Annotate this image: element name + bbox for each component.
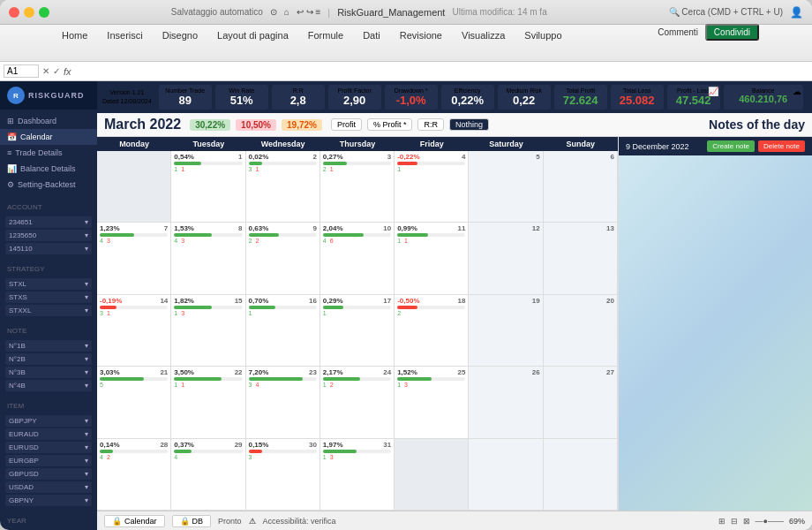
strategy-stxs[interactable]: STXS ▾ (5, 292, 92, 303)
cell-day-number: 12 (532, 224, 540, 232)
filter-nothing[interactable]: Nothing (449, 118, 489, 131)
tab-inserisci[interactable]: Inserisci (98, 28, 151, 42)
cal-cell-3-1[interactable]: 14-0,19%31 (97, 295, 171, 366)
cell-reference[interactable]: A1 (4, 64, 39, 78)
filter-profit[interactable]: Profit (331, 118, 362, 131)
sidebar-item-dashboard[interactable]: ⊞ Dashboard (0, 113, 97, 129)
tab-formule[interactable]: Formule (299, 28, 352, 42)
sidebar-label-trade: Trade Details (15, 148, 62, 157)
stat-drawdown: Drawdown * -1,0% (385, 85, 438, 110)
cal-cell-1-4[interactable]: 30,27%21 (320, 151, 395, 222)
tab-dati[interactable]: Dati (354, 28, 389, 42)
count-green: 2 (323, 166, 327, 172)
bottom-bar: 🔒 Calendar 🔒 DB Pronto ⚠ Accessibilità: … (97, 511, 812, 530)
cell-bar-container (100, 306, 168, 309)
zoom-slider[interactable]: —●—— (756, 517, 784, 526)
cal-cell-5-3[interactable]: 300,15%3 (246, 439, 320, 510)
cal-cell-4-1[interactable]: 213,03%5 (97, 367, 171, 437)
sheet-tab-calendar[interactable]: 🔒 Calendar (104, 515, 165, 527)
cal-cell-4-3[interactable]: 237,20%34 (246, 367, 320, 437)
sheet-tab-db[interactable]: 🔒 DB (172, 515, 212, 527)
note-1b[interactable]: N°1B ▾ (5, 340, 92, 352)
create-note-button[interactable]: Create note (707, 140, 755, 152)
item-eurgbp[interactable]: EURGBP ▾ (5, 455, 92, 466)
tab-revisione[interactable]: Revisione (391, 28, 451, 42)
note-4b[interactable]: N°4B ▾ (5, 380, 92, 391)
share-button[interactable]: Condividi (705, 24, 759, 41)
sidebar-item-calendar[interactable]: 📅 Calendar (0, 129, 97, 145)
sidebar-item-balance[interactable]: 📊 Balance Details (0, 161, 97, 177)
sidebar-item-settings[interactable]: ⚙ Setting-Backtest (0, 177, 97, 193)
search-label[interactable]: 🔍 Cerca (CMD + CTRL + U) (669, 7, 783, 17)
item-euraud[interactable]: EURAUD ▾ (5, 428, 92, 440)
cal-cell-2-1[interactable]: 71,23%43 (97, 223, 171, 293)
sidebar-item-trade-details[interactable]: ≡ Trade Details (0, 145, 97, 161)
count-red: 6 (330, 238, 334, 244)
item-gbpusd[interactable]: GBPUSD ▾ (5, 468, 92, 480)
item-eurusd[interactable]: EURUSD ▾ (5, 442, 92, 453)
note-filter: N°1B ▾ N°2B ▾ N°3B ▾ N°4B ▾ (0, 338, 97, 395)
cal-cell-2-4[interactable]: 102,04%46 (320, 223, 395, 293)
page-break-icon[interactable]: ⊠ (743, 517, 750, 526)
minimize-button[interactable] (24, 7, 34, 18)
formula-expand-icon[interactable]: ✕ (42, 66, 49, 76)
cal-cell-4-2[interactable]: 223,50%11 (171, 367, 245, 437)
tab-layout[interactable]: Layout di pagina (208, 28, 297, 42)
account-filter-item-2[interactable]: 1235650 ▾ (5, 230, 92, 241)
tab-disegno[interactable]: Disegno (154, 28, 207, 42)
note-2b[interactable]: N°2B ▾ (5, 353, 92, 365)
day-headers: Monday Tuesday Wednesday Thursday Friday… (97, 137, 618, 151)
item-gbpjpy[interactable]: GBPJPY ▾ (5, 415, 92, 427)
tab-home[interactable]: Home (53, 28, 96, 42)
tab-sviluppo[interactable]: Sviluppo (515, 28, 570, 42)
app-window: Salvataggio automatico ⊙ ⌂ ↩ ↪ ≡ | RiskG… (0, 0, 812, 530)
account-filter-item-1[interactable]: 234651 ▾ (5, 216, 92, 228)
sidebar: R RISKGUARD ⊞ Dashboard 📅 Calendar ≡ Tra… (0, 81, 97, 530)
account-filter-item-3[interactable]: 145110 ▾ (5, 243, 92, 254)
cal-cell-2-5[interactable]: 110,99%11 (395, 223, 469, 293)
cell-day-number: 26 (532, 368, 540, 376)
page-view-icon[interactable]: ⊟ (731, 517, 738, 526)
cal-cell-1-5[interactable]: 4-0,22%1 (395, 151, 469, 222)
cell-bar-container (100, 377, 168, 381)
cal-cell-3-5[interactable]: 18-0,50%2 (395, 295, 469, 366)
cal-cell-5-4[interactable]: 311,97%13 (320, 439, 395, 510)
item-gbpny[interactable]: GBPNY ▾ (5, 495, 92, 506)
note-3b[interactable]: N°3B ▾ (5, 367, 92, 378)
close-button[interactable] (9, 7, 19, 18)
maximize-button[interactable] (39, 7, 49, 18)
cal-cell-3-2[interactable]: 151,82%13 (171, 295, 245, 366)
count-red: 3 (181, 310, 184, 316)
cal-cell-4-5[interactable]: 251,52%13 (395, 367, 469, 437)
count-green: 1 (174, 166, 177, 172)
cal-cell-3-3[interactable]: 160,70%1 (246, 295, 320, 366)
strategy-stxxl[interactable]: STXXL ▾ (5, 305, 92, 316)
toggle-icon[interactable]: ⊙ (270, 7, 277, 17)
cal-cell-3-4[interactable]: 170,29%1 (320, 295, 395, 366)
home-icon[interactable]: ⌂ (284, 7, 289, 17)
cal-cell-5-1[interactable]: 280,14%42 (97, 439, 171, 510)
cal-cell-4-4[interactable]: 242,17%12 (320, 367, 395, 437)
cal-cell-2-3[interactable]: 90,63%22 (246, 223, 320, 293)
item-usdad[interactable]: USDAD ▾ (5, 481, 92, 493)
cell-bar-container (249, 377, 317, 381)
formula-input[interactable] (75, 66, 808, 76)
user-icon[interactable]: 👤 (790, 6, 803, 19)
cal-cell-5-2[interactable]: 290,37%4 (171, 439, 245, 510)
cal-cell-1-3[interactable]: 20,02%31 (246, 151, 320, 222)
delete-note-button[interactable]: Delete note (758, 140, 805, 152)
year-section-label: YEAR (0, 513, 97, 528)
confirm-icon[interactable]: ✓ (53, 66, 60, 76)
strategy-stxl[interactable]: STXL ▾ (5, 278, 92, 290)
cal-cell-2-2[interactable]: 81,53%43 (171, 223, 245, 293)
accessibility-icon: ⚠ (249, 517, 256, 526)
accessibility-status: Accessibilità: verifica (263, 517, 336, 526)
grid-view-icon[interactable]: ⊞ (718, 517, 726, 526)
tab-visualizza[interactable]: Visualizza (453, 28, 514, 42)
cell-bar-green (249, 306, 276, 309)
filter-rr[interactable]: R:R (417, 118, 444, 131)
filter-pct-profit[interactable]: % Profit * (367, 118, 413, 131)
cell-day-number: 13 (606, 224, 614, 232)
cal-cell-1-2[interactable]: 10,54%11 (171, 151, 245, 222)
comments-button[interactable]: Commenti (658, 27, 698, 37)
